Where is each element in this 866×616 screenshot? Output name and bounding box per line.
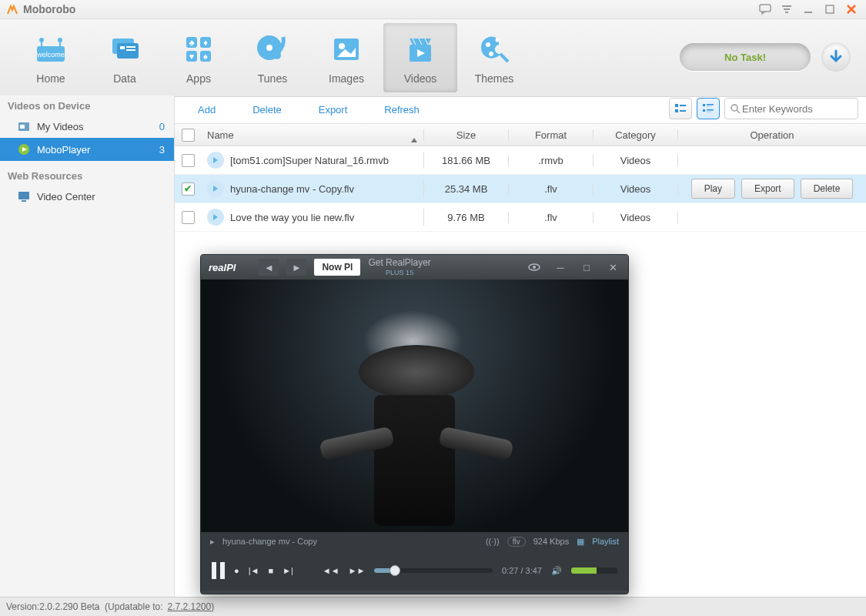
volume-icon[interactable]: 🔊: [551, 566, 562, 576]
monitor-icon: [17, 189, 31, 203]
svg-rect-11: [120, 46, 125, 49]
svg-rect-44: [703, 104, 705, 106]
nav-tunes[interactable]: Tunes: [236, 23, 309, 92]
table-row[interactable]: Love the way you lie new.flv 9.76 MB .fl…: [175, 203, 866, 232]
close-icon[interactable]: [843, 2, 860, 16]
sidebar-item-count: 3: [159, 144, 165, 156]
nav-themes[interactable]: Themes: [457, 23, 531, 92]
select-all-checkbox[interactable]: [182, 129, 195, 142]
player-video-area[interactable]: [201, 280, 628, 532]
nav-videos[interactable]: Videos: [383, 23, 457, 92]
prev-button[interactable]: |◄: [249, 566, 259, 575]
player-close-icon[interactable]: ✕: [605, 261, 620, 273]
nav-images[interactable]: Images: [309, 23, 383, 92]
update-link[interactable]: 2.7.2.1200: [168, 601, 212, 612]
video-file-icon: [207, 180, 224, 197]
row-export-button[interactable]: Export: [741, 179, 794, 199]
next-button[interactable]: ►|: [283, 566, 293, 575]
player-time: 0:27 / 3:47: [502, 566, 542, 575]
tunes-icon: [254, 31, 291, 68]
svg-point-26: [339, 43, 345, 49]
record-button[interactable]: ●: [234, 566, 239, 575]
svg-rect-49: [707, 112, 711, 112]
player-controls: ● |◄ ■ ►| ◄◄ ►► 0:27 / 3:47 🔊: [201, 551, 628, 591]
row-checkbox[interactable]: [182, 182, 195, 196]
seek-knob[interactable]: [390, 565, 400, 576]
view-detail-button[interactable]: [697, 98, 720, 119]
file-size: 9.76 MB: [424, 212, 509, 223]
col-size[interactable]: Size: [424, 129, 509, 141]
view-list-button[interactable]: [669, 98, 692, 119]
main-toolbar: welcome Home Data ♣♦♥♠ Apps Tunes Images…: [0, 19, 866, 97]
row-checkbox[interactable]: [182, 154, 195, 167]
row-checkbox[interactable]: [182, 211, 195, 224]
col-operation[interactable]: Operation: [678, 129, 866, 141]
svg-line-51: [737, 110, 740, 113]
nav-data[interactable]: Data: [88, 23, 162, 92]
maximize-icon[interactable]: [821, 2, 838, 16]
sidebar-item-label: MoboPlayer: [37, 144, 90, 156]
action-export[interactable]: Export: [319, 104, 348, 116]
sidebar-item-moboplayer[interactable]: MoboPlayer 3: [0, 138, 174, 161]
player-now-playing-tab[interactable]: Now Pl: [314, 259, 360, 276]
fastfwd-button[interactable]: ►►: [349, 566, 366, 575]
stop-button[interactable]: ■: [268, 566, 273, 575]
pause-button[interactable]: [212, 562, 225, 579]
media-player-window[interactable]: realPl ◄ ► Now Pl Get RealPlayerPLUS 15 …: [200, 254, 629, 594]
welcome-icon: welcome: [32, 31, 69, 68]
menu-icon[interactable]: [778, 2, 795, 16]
data-icon: [106, 31, 143, 68]
app-window: Moborobo welcome Home Data ♣♦♥♠ Apps Tun…: [0, 0, 866, 616]
player-track-title: hyuna-change mv - Copy: [222, 537, 317, 546]
status-bar: Version: 2.0.2.290 Beta (Updatable to: 2…: [0, 597, 866, 616]
seek-bar[interactable]: [374, 568, 493, 573]
player-minimize-icon[interactable]: ─: [553, 261, 568, 273]
sidebar-item-videocenter[interactable]: Video Center: [0, 185, 174, 208]
svg-rect-39: [22, 200, 26, 202]
col-category[interactable]: Category: [593, 129, 678, 141]
sidebar-item-myvideos[interactable]: My Videos 0: [0, 115, 174, 138]
svg-rect-45: [707, 104, 714, 105]
svg-point-53: [533, 266, 536, 269]
player-info-bar: ▸ hyuna-change mv - Copy ((·)) flv 924 K…: [201, 532, 628, 551]
row-delete-button[interactable]: Delete: [801, 179, 854, 199]
table-row[interactable]: hyuna-change mv - Copy.flv 25.34 MB .flv…: [175, 175, 866, 203]
search-input[interactable]: [741, 102, 836, 116]
nav-apps[interactable]: ♣♦♥♠ Apps: [162, 23, 236, 92]
search-box[interactable]: [724, 98, 858, 119]
nav-home[interactable]: welcome Home: [14, 23, 88, 92]
nav-label: Images: [329, 72, 364, 85]
player-maximize-icon[interactable]: □: [579, 261, 594, 273]
task-status-pill[interactable]: No Task!: [680, 43, 811, 71]
player-forward-icon[interactable]: ►: [286, 259, 306, 276]
svg-rect-40: [675, 104, 678, 107]
chat-icon[interactable]: [757, 2, 774, 16]
file-category: Videos: [593, 212, 678, 223]
eye-icon[interactable]: [527, 261, 542, 273]
folder-video-icon: [17, 119, 31, 133]
rewind-button[interactable]: ◄◄: [323, 566, 339, 575]
search-icon: [730, 103, 741, 114]
download-button[interactable]: [821, 42, 851, 72]
table-row[interactable]: [tom51.com]Super Natural_16.rmvb 181.66 …: [175, 146, 866, 175]
file-name: hyuna-change mv - Copy.flv: [230, 183, 354, 195]
file-name: [tom51.com]Super Natural_16.rmvb: [230, 155, 389, 166]
player-back-icon[interactable]: ◄: [259, 259, 279, 276]
volume-slider[interactable]: [571, 567, 617, 574]
action-refresh[interactable]: Refresh: [384, 104, 420, 116]
minimize-icon[interactable]: [800, 2, 817, 16]
player-get-link[interactable]: Get RealPlayerPLUS 15: [368, 258, 430, 276]
col-name[interactable]: Name: [201, 129, 424, 141]
row-play-button[interactable]: Play: [691, 179, 735, 199]
action-delete[interactable]: Delete: [252, 104, 282, 116]
playlist-icon[interactable]: ▦: [577, 537, 584, 547]
col-format[interactable]: Format: [509, 129, 593, 141]
playlist-label[interactable]: Playlist: [592, 537, 619, 546]
action-add[interactable]: Add: [198, 104, 216, 116]
nav-label: Tunes: [258, 72, 287, 85]
file-format: .flv: [509, 212, 593, 223]
sidebar-item-label: Video Center: [37, 191, 95, 203]
svg-rect-0: [760, 5, 771, 12]
version-label: Version:: [6, 601, 39, 612]
themes-icon: [476, 31, 513, 68]
